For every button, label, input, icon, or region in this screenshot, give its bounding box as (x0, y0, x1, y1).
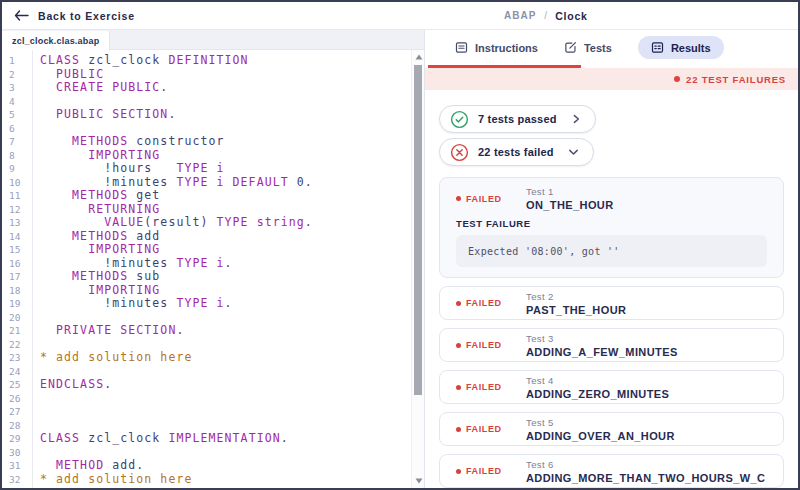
line-number: 29 (2, 432, 32, 446)
test-number: Test 3 (526, 333, 678, 344)
code-line[interactable]: !hours TYPE i (40, 162, 411, 176)
test-card[interactable]: FAILEDTest 5ADDING_OVER_AN_HOUR (439, 412, 784, 446)
line-number: 5 (2, 108, 32, 122)
code-line[interactable]: PRIVATE SECTION. (40, 324, 411, 338)
code-line[interactable] (40, 122, 411, 136)
failed-dot-icon (456, 427, 461, 432)
code-line[interactable] (40, 392, 411, 406)
panel-tabs: InstructionsTestsResults (425, 30, 798, 65)
test-card[interactable]: FAILEDTest 1ON_THE_HOURTEST FAILUREExpec… (439, 177, 784, 278)
line-number: 26 (2, 392, 32, 406)
line-number: 24 (2, 365, 32, 379)
code-line[interactable]: IMPORTING (40, 284, 411, 298)
code-content[interactable]: CLASS zcl_clock DEFINITION PUBLIC CREATE… (34, 50, 411, 488)
tab-label: Results (671, 42, 711, 54)
tests-passed-button[interactable]: 7 tests passed (439, 105, 596, 133)
test-card[interactable]: FAILEDTest 3ADDING_A_FEW_MINUTES (439, 328, 784, 362)
scrollbar-thumb[interactable] (414, 65, 422, 395)
code-line[interactable]: CLASS zcl_clock IMPLEMENTATION. (40, 432, 411, 446)
line-number: 25 (2, 378, 32, 392)
test-card[interactable]: FAILEDTest 6ADDING_MORE_THAN_TWO_HOURS_W… (439, 454, 784, 488)
line-number: 8 (2, 149, 32, 163)
code-line[interactable] (40, 365, 411, 379)
line-number: 10 (2, 176, 32, 190)
line-number: 6 (2, 122, 32, 136)
code-line[interactable]: !minutes TYPE i. (40, 297, 411, 311)
code-line[interactable]: VALUE(result) TYPE string. (40, 216, 411, 230)
code-line[interactable]: !minutes TYPE i DEFAULT 0. (40, 176, 411, 190)
tab-tests[interactable]: Tests (564, 41, 612, 54)
code-line[interactable]: ENDCLASS. (40, 378, 411, 392)
line-number-gutter: 1234567891011121314151617181920212223242… (2, 50, 33, 488)
tab-label: Instructions (475, 42, 538, 54)
code-line[interactable]: PUBLIC (40, 68, 411, 82)
code-line[interactable] (40, 446, 411, 460)
back-label: Back to Exercise (38, 10, 135, 22)
test-card[interactable]: FAILEDTest 4ADDING_ZERO_MINUTES (439, 370, 784, 404)
code-line[interactable]: METHODS constructor (40, 135, 411, 149)
code-line[interactable]: METHODS get (40, 189, 411, 203)
results-icon (651, 41, 664, 54)
failure-banner: 22 TEST FAILURES (425, 68, 798, 90)
line-number: 9 (2, 162, 32, 176)
failure-dot-icon (674, 76, 680, 82)
editor-pane: zcl_clock.clas.abap 12345678910111213141… (2, 30, 424, 488)
code-line[interactable]: * add solution here (40, 473, 411, 487)
status-badge: FAILED (456, 194, 508, 204)
breadcrumb-exercise[interactable]: Clock (555, 10, 588, 22)
test-name: PAST_THE_HOUR (526, 304, 626, 316)
breadcrumb: ABAP / Clock (504, 2, 588, 29)
back-to-exercise-button[interactable]: Back to Exercise (14, 2, 135, 29)
file-tab[interactable]: zcl_clock.clas.abap (2, 31, 110, 51)
breadcrumb-separator: / (544, 10, 547, 21)
failed-dot-icon (456, 196, 461, 201)
failed-dot-icon (456, 301, 461, 306)
code-line[interactable]: CREATE PUBLIC. (40, 81, 411, 95)
failed-tests-list: FAILEDTest 1ON_THE_HOURTEST FAILUREExpec… (439, 177, 784, 488)
tab-results[interactable]: Results (638, 36, 724, 59)
test-card[interactable]: FAILEDTest 2PAST_THE_HOUR (439, 286, 784, 320)
status-label: FAILED (466, 194, 502, 204)
tests-failed-label: 22 tests failed (478, 146, 554, 158)
code-line[interactable] (40, 405, 411, 419)
failure-banner-text: 22 TEST FAILURES (686, 74, 786, 85)
tests-failed-button[interactable]: 22 tests failed (439, 138, 594, 166)
failed-dot-icon (456, 385, 461, 390)
code-line[interactable] (40, 311, 411, 325)
test-name: ADDING_A_FEW_MINUTES (526, 346, 678, 358)
code-line[interactable]: PUBLIC SECTION. (40, 108, 411, 122)
tab-instructions[interactable]: Instructions (455, 41, 538, 54)
test-name: ON_THE_HOUR (526, 199, 614, 211)
test-progress-track (425, 65, 798, 68)
code-line[interactable]: RETURNING (40, 203, 411, 217)
check-circle-icon (450, 110, 469, 129)
line-number: 32 (2, 473, 32, 487)
code-line[interactable] (40, 419, 411, 433)
top-header: Back to Exercise ABAP / Clock (2, 2, 798, 30)
line-number: 18 (2, 284, 32, 298)
status-label: FAILED (466, 382, 502, 392)
code-line[interactable]: METHOD add. (40, 459, 411, 473)
line-number: 30 (2, 446, 32, 460)
code-line[interactable]: IMPORTING (40, 149, 411, 163)
line-number: 12 (2, 203, 32, 217)
code-line[interactable]: * add solution here (40, 351, 411, 365)
failure-message-box: Expected '08:00', got '' (456, 235, 767, 267)
code-line[interactable]: !minutes TYPE i. (40, 257, 411, 271)
tests-passed-label: 7 tests passed (478, 113, 557, 125)
line-number: 13 (2, 216, 32, 230)
line-number: 27 (2, 405, 32, 419)
code-line[interactable]: CLASS zcl_clock DEFINITION (40, 54, 411, 68)
code-line[interactable] (40, 338, 411, 352)
code-line[interactable]: IMPORTING (40, 243, 411, 257)
breadcrumb-track[interactable]: ABAP (504, 10, 536, 21)
line-number: 1 (2, 54, 32, 68)
chevron-down-icon (568, 147, 579, 157)
status-label: FAILED (466, 298, 502, 308)
code-line[interactable] (40, 95, 411, 109)
editor-scrollbar[interactable] (411, 50, 424, 488)
code-editor[interactable]: 1234567891011121314151617181920212223242… (2, 50, 411, 488)
code-line[interactable]: METHODS add (40, 230, 411, 244)
code-line[interactable]: METHODS sub (40, 270, 411, 284)
back-arrow-icon (14, 10, 29, 21)
